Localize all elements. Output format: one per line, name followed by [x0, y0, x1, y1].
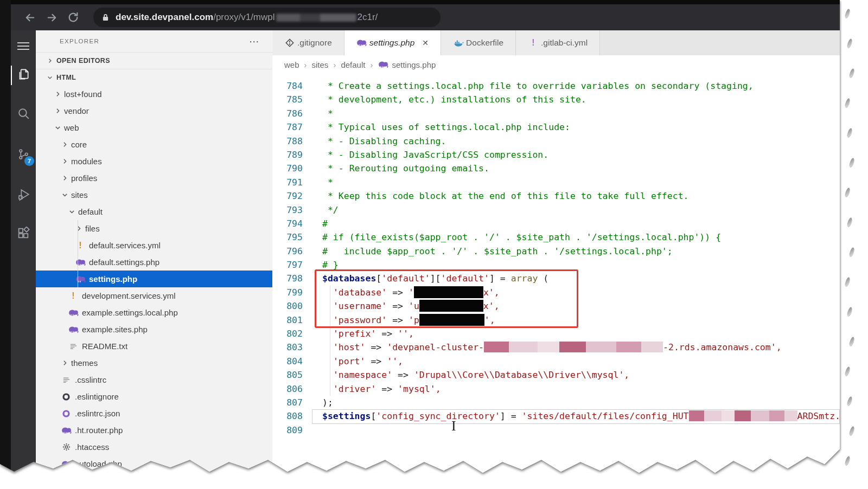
- code-line-790[interactable]: 790 * - Rerouting outgoing emails.: [272, 162, 840, 175]
- line-number[interactable]: 793: [272, 203, 303, 217]
- line-number[interactable]: 795: [272, 230, 303, 244]
- code-line-786[interactable]: 786 *: [272, 107, 840, 120]
- activity-explorer-button[interactable]: [11, 61, 36, 90]
- tree-item-themes[interactable]: themes: [36, 355, 272, 371]
- code-line-789[interactable]: 789 * - Disabling JavaScript/CSS compres…: [272, 148, 840, 162]
- activity-source-control-button[interactable]: 7: [11, 140, 36, 170]
- line-number[interactable]: 800: [272, 299, 303, 313]
- line-number[interactable]: 809: [272, 423, 303, 437]
- code-line-798[interactable]: 798$databases['default']['default'] = ar…: [272, 272, 840, 285]
- line-number[interactable]: 796: [272, 244, 303, 258]
- code-line-799[interactable]: 799 'database' => 'x',: [272, 286, 840, 299]
- line-number[interactable]: 792: [272, 189, 303, 203]
- lock-icon[interactable]: [102, 13, 109, 22]
- code-line-805[interactable]: 805 'namespace' => 'Drupal\\Core\\Databa…: [272, 368, 840, 382]
- tab-.gitignore[interactable]: .gitignore: [272, 30, 344, 55]
- code-line-801[interactable]: 801 'password' => 'p',: [272, 313, 840, 327]
- code-line-791[interactable]: 791 *: [272, 176, 840, 189]
- tree-item-files[interactable]: files: [36, 220, 272, 237]
- address-bar[interactable]: dev.site.devpanel.com/proxy/v1/mwpl2c1r/: [93, 8, 441, 27]
- tree-item-readme.txt[interactable]: README.txt: [36, 338, 272, 355]
- tree-item-default.settings.php[interactable]: default.settings.php: [36, 254, 272, 271]
- tab-close-icon[interactable]: ✕: [422, 38, 429, 47]
- line-number[interactable]: 801: [272, 313, 303, 327]
- tree-item-.csslintrc[interactable]: .csslintrc: [36, 371, 272, 388]
- code-line-792[interactable]: 792 * Keep this code block at the end of…: [272, 189, 840, 203]
- tree-item-autoload.php[interactable]: autoload.php: [36, 455, 272, 472]
- line-number[interactable]: 806: [272, 382, 303, 396]
- line-number[interactable]: 786: [272, 107, 303, 120]
- code-line-802[interactable]: 802 'prefix' => '',: [272, 327, 840, 340]
- code-line-795[interactable]: 795# if (file_exists($app_root . '/' . $…: [272, 230, 840, 244]
- code-line-804[interactable]: 804 'port' => '',: [272, 355, 840, 368]
- tree-item-core[interactable]: core: [36, 136, 272, 153]
- breadcrumb-item-web[interactable]: web: [284, 60, 299, 69]
- activity-menu-button[interactable]: [11, 33, 36, 62]
- root-folder-section[interactable]: HTML: [36, 69, 272, 86]
- tree-item-.eslintrc.json[interactable]: .eslintrc.json: [36, 405, 272, 422]
- code-line-800[interactable]: 800 'username' => 'ux',: [272, 299, 840, 313]
- line-number[interactable]: 791: [272, 176, 303, 189]
- line-number[interactable]: 790: [272, 162, 303, 175]
- line-number[interactable]: 787: [272, 120, 303, 134]
- line-number[interactable]: 798: [272, 272, 303, 285]
- reload-button[interactable]: [64, 8, 82, 27]
- code-line-794[interactable]: 794#: [272, 217, 840, 230]
- code-line-803[interactable]: 803 'host' => 'devpanel-cluster--2.rds.a…: [272, 340, 840, 354]
- tree-item-default[interactable]: default: [36, 203, 272, 220]
- line-number[interactable]: 805: [272, 368, 303, 382]
- tree-item-web[interactable]: web: [36, 119, 272, 136]
- line-number[interactable]: 803: [272, 340, 303, 354]
- open-editors-section[interactable]: OPEN EDITORS: [36, 52, 272, 69]
- activity-search-button[interactable]: [11, 100, 36, 129]
- tree-item-example.settings.local.php[interactable]: example.settings.local.php: [36, 304, 272, 321]
- code-line-784[interactable]: 784 * Create a settings.local.php file t…: [272, 79, 840, 93]
- line-number[interactable]: 784: [272, 79, 303, 93]
- tree-item-.htaccess[interactable]: .htaccess: [36, 439, 272, 455]
- line-number[interactable]: 804: [272, 355, 303, 368]
- line-number[interactable]: 785: [272, 93, 303, 106]
- tree-item-vendor[interactable]: vendor: [36, 102, 272, 119]
- activity-run-debug-button[interactable]: [11, 181, 36, 210]
- tab-.gitlab-ci.yml[interactable]: !.gitlab-ci.yml: [516, 30, 600, 55]
- line-number[interactable]: 797: [272, 258, 303, 272]
- tree-item-modules[interactable]: modules: [36, 153, 272, 170]
- code-line-788[interactable]: 788 * - Disabling caching.: [272, 134, 840, 148]
- line-number[interactable]: 802: [272, 327, 303, 340]
- tab-settings.php[interactable]: settings.php✕: [344, 30, 441, 55]
- code-line-808[interactable]: 808$settings['config_sync_directory'] = …: [272, 409, 840, 423]
- breadcrumb-item-default[interactable]: default: [341, 60, 365, 69]
- line-number[interactable]: 788: [272, 134, 303, 148]
- code-line-793[interactable]: 793 */: [272, 203, 840, 217]
- code-line-797[interactable]: 797# }: [272, 258, 840, 272]
- activity-extensions-button[interactable]: [11, 220, 36, 249]
- forward-button[interactable]: [42, 8, 61, 27]
- code-editor[interactable]: I 784 * Create a settings.local.php file…: [272, 74, 840, 477]
- breadcrumb-item-settings.php[interactable]: settings.php: [392, 60, 436, 69]
- explorer-more-actions-icon[interactable]: ⋯: [249, 35, 260, 48]
- tree-item-sites[interactable]: sites: [36, 186, 272, 203]
- tree-item-lost+found[interactable]: lost+found: [36, 86, 272, 102]
- back-button[interactable]: [21, 8, 39, 27]
- tree-item-profiles[interactable]: profiles: [36, 170, 272, 186]
- tree-item-development.services.yml[interactable]: !development.services.yml: [36, 287, 272, 304]
- tab-dockerfile[interactable]: Dockerfile: [441, 30, 516, 55]
- line-number[interactable]: 789: [272, 148, 303, 162]
- line-number[interactable]: 794: [272, 217, 303, 230]
- code-line-787[interactable]: 787 * Typical uses of settings.local.php…: [272, 120, 840, 134]
- tree-item-default.services.yml[interactable]: !default.services.yml: [36, 237, 272, 254]
- code-line-796[interactable]: 796# include $app_root . '/' . $site_pat…: [272, 244, 840, 258]
- code-line-807[interactable]: 807);: [272, 396, 840, 409]
- tree-item-example.sites.php[interactable]: example.sites.php: [36, 321, 272, 338]
- tree-item-.eslintignore[interactable]: .eslintignore: [36, 388, 272, 405]
- code-line-806[interactable]: 806 'driver' => 'mysql',: [272, 382, 840, 396]
- breadcrumb-item-sites[interactable]: sites: [312, 60, 329, 69]
- code-line-809[interactable]: 809: [272, 423, 840, 437]
- tree-item-.ht.router.php[interactable]: .ht.router.php: [36, 422, 272, 439]
- line-number[interactable]: 808: [272, 409, 303, 423]
- git-icon: [284, 38, 295, 47]
- line-number[interactable]: 807: [272, 396, 303, 409]
- tree-item-settings.php[interactable]: settings.php: [36, 271, 272, 287]
- line-number[interactable]: 799: [272, 286, 303, 299]
- code-line-785[interactable]: 785 * development, etc.) installations o…: [272, 93, 840, 106]
